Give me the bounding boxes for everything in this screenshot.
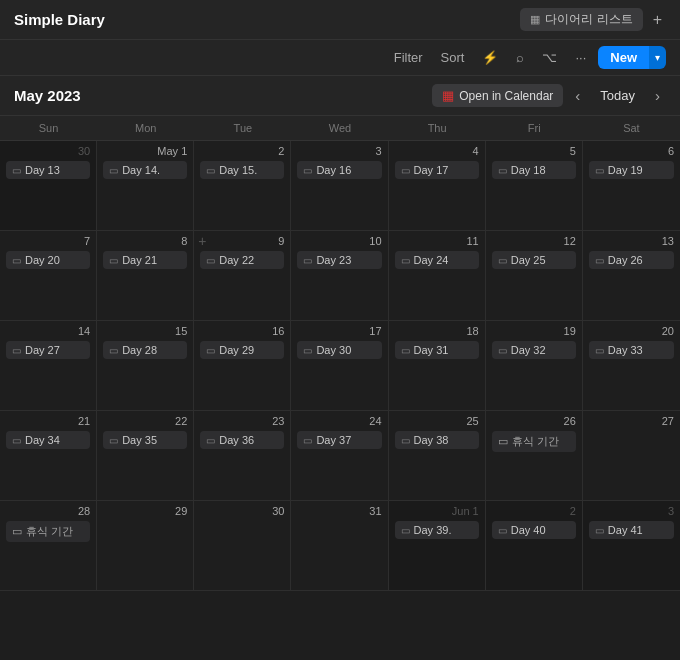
cal-cell: 2▭Day 40 — [486, 501, 583, 591]
entry-chip[interactable]: ▭Day 19 — [589, 161, 674, 179]
entry-label: Day 15. — [219, 164, 257, 176]
lightning-button[interactable]: ⚡ — [476, 47, 504, 68]
search-button[interactable]: ⌕ — [510, 47, 530, 68]
entry-chip[interactable]: ▭Day 30 — [297, 341, 381, 359]
file-icon: ▭ — [595, 255, 604, 266]
day-number: 23 — [200, 415, 284, 427]
entry-label: Day 21 — [122, 254, 157, 266]
file-icon: ▭ — [498, 435, 508, 448]
new-button[interactable]: New — [598, 46, 649, 69]
file-icon: ▭ — [595, 345, 604, 356]
entry-chip[interactable]: ▭Day 23 — [297, 251, 381, 269]
tab-icon: ▦ — [530, 13, 540, 26]
new-button-caret[interactable]: ▾ — [649, 46, 666, 69]
link-button[interactable]: ⌥ — [536, 47, 563, 68]
file-icon: ▭ — [206, 165, 215, 176]
cal-cell: 25▭Day 38 — [389, 411, 486, 501]
entry-chip[interactable]: ▭Day 22 — [200, 251, 284, 269]
day-number: 17 — [297, 325, 381, 337]
cal-cell: 11▭Day 24 — [389, 231, 486, 321]
entry-label: Day 27 — [25, 344, 60, 356]
file-icon: ▭ — [303, 435, 312, 446]
prev-month-button[interactable]: ‹ — [569, 85, 586, 106]
file-icon: ▭ — [595, 165, 604, 176]
open-in-calendar-button[interactable]: ▦ Open in Calendar — [432, 84, 563, 107]
day-number: 2 — [200, 145, 284, 157]
cal-cell: Jun 1▭Day 39. — [389, 501, 486, 591]
sort-button[interactable]: Sort — [435, 47, 471, 68]
file-icon: ▭ — [109, 165, 118, 176]
entry-chip[interactable]: ▭Day 37 — [297, 431, 381, 449]
file-icon: ▭ — [303, 345, 312, 356]
entry-chip[interactable]: ▭Day 39. — [395, 521, 479, 539]
cal-cell: 17▭Day 30 — [291, 321, 388, 411]
file-icon: ▭ — [206, 435, 215, 446]
entry-chip[interactable]: ▭Day 20 — [6, 251, 90, 269]
entry-chip[interactable]: ▭Day 32 — [492, 341, 576, 359]
entry-chip[interactable]: ▭Day 15. — [200, 161, 284, 179]
file-icon: ▭ — [109, 255, 118, 266]
day-header-sun: Sun — [0, 116, 97, 141]
entry-chip[interactable]: ▭Day 24 — [395, 251, 479, 269]
entry-label: Day 23 — [316, 254, 351, 266]
entry-chip[interactable]: ▭Day 16 — [297, 161, 381, 179]
entry-chip[interactable]: ▭Day 28 — [103, 341, 187, 359]
day-number: 5 — [492, 145, 576, 157]
entry-chip[interactable]: ▭휴식 기간 — [492, 431, 576, 452]
today-button[interactable]: Today — [592, 85, 643, 106]
filter-button[interactable]: Filter — [388, 47, 429, 68]
entry-chip[interactable]: ▭Day 13 — [6, 161, 90, 179]
more-button[interactable]: ··· — [569, 47, 592, 68]
entry-chip[interactable]: ▭Day 34 — [6, 431, 90, 449]
entry-chip[interactable]: ▭Day 21 — [103, 251, 187, 269]
cal-cell: 2▭Day 15. — [194, 141, 291, 231]
cal-cell: 16▭Day 29 — [194, 321, 291, 411]
file-icon: ▭ — [401, 255, 410, 266]
day-number: 29 — [103, 505, 187, 517]
entry-chip[interactable]: ▭Day 17 — [395, 161, 479, 179]
entry-chip[interactable]: ▭Day 18 — [492, 161, 576, 179]
diary-list-tab[interactable]: ▦ 다이어리 리스트 — [520, 8, 642, 31]
entry-chip[interactable]: ▭Day 35 — [103, 431, 187, 449]
cal-cell: 10▭Day 23 — [291, 231, 388, 321]
add-entry-button[interactable]: + — [198, 233, 206, 249]
entry-chip[interactable]: ▭Day 31 — [395, 341, 479, 359]
day-number: 16 — [200, 325, 284, 337]
cal-cell: 31 — [291, 501, 388, 591]
entry-label: Day 30 — [316, 344, 351, 356]
entry-chip[interactable]: ▭Day 40 — [492, 521, 576, 539]
cal-cell: 29 — [97, 501, 194, 591]
entry-chip[interactable]: ▭Day 14. — [103, 161, 187, 179]
entry-label: Day 31 — [414, 344, 449, 356]
next-month-button[interactable]: › — [649, 85, 666, 106]
day-number: 12 — [492, 235, 576, 247]
day-number: 14 — [6, 325, 90, 337]
entry-chip[interactable]: ▭Day 33 — [589, 341, 674, 359]
entry-chip[interactable]: ▭Day 38 — [395, 431, 479, 449]
entry-chip[interactable]: ▭Day 29 — [200, 341, 284, 359]
calendar-icon: ▦ — [442, 88, 454, 103]
entry-chip[interactable]: ▭Day 36 — [200, 431, 284, 449]
entry-chip[interactable]: ▭휴식 기간 — [6, 521, 90, 542]
file-icon: ▭ — [12, 435, 21, 446]
cal-cell: 12▭Day 25 — [486, 231, 583, 321]
day-number: 11 — [395, 235, 479, 247]
day-number: 20 — [589, 325, 674, 337]
entry-label: Day 17 — [414, 164, 449, 176]
entry-chip[interactable]: ▭Day 26 — [589, 251, 674, 269]
entry-label: Day 36 — [219, 434, 254, 446]
day-number: 4 — [395, 145, 479, 157]
entry-chip[interactable]: ▭Day 41 — [589, 521, 674, 539]
entry-label: Day 32 — [511, 344, 546, 356]
cal-cell: 19▭Day 32 — [486, 321, 583, 411]
new-button-group: New ▾ — [598, 46, 666, 69]
cal-cell: 30 — [194, 501, 291, 591]
day-number: 31 — [297, 505, 381, 517]
entry-chip[interactable]: ▭Day 27 — [6, 341, 90, 359]
file-icon: ▭ — [401, 525, 410, 536]
add-tab-button[interactable]: + — [649, 11, 666, 29]
file-icon: ▭ — [498, 345, 507, 356]
entry-chip[interactable]: ▭Day 25 — [492, 251, 576, 269]
entry-label: Day 22 — [219, 254, 254, 266]
cal-cell: 18▭Day 31 — [389, 321, 486, 411]
